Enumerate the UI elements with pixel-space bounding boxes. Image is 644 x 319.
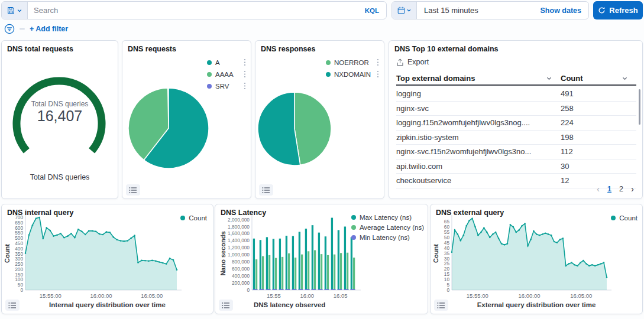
legend-label: SRV <box>215 83 229 90</box>
legend-actions-icon[interactable] <box>377 70 379 78</box>
table-row[interactable]: nginx-svc.f15n2womfujehfjlwv0lgs3no...11… <box>396 145 636 160</box>
legend-item-aaaa[interactable]: AAAA <box>207 70 246 78</box>
svg-text:1,800,000: 1,800,000 <box>228 224 250 230</box>
pagination-page-2[interactable]: 2 <box>619 185 623 193</box>
panel-dns-top-external-domains: DNS Top 10 external domains Export Top e… <box>389 40 643 199</box>
table-scrollbar[interactable] <box>639 89 640 125</box>
legend-toggle-button[interactable] <box>126 184 140 196</box>
svg-text:400: 400 <box>15 246 23 252</box>
sort-chevron-icon[interactable] <box>546 75 552 82</box>
add-filter-button[interactable]: + Add filter <box>30 25 68 33</box>
dashboard-screen: KQL Last 15 minutes Show dates Refresh <box>0 0 644 319</box>
svg-text:200,000: 200,000 <box>232 280 250 286</box>
svg-text:450: 450 <box>15 240 23 246</box>
refresh-button[interactable]: Refresh <box>593 1 643 19</box>
sort-chevron-icon[interactable] <box>622 75 628 82</box>
chart-legend: Count <box>611 214 637 222</box>
filter-icon[interactable] <box>4 24 15 34</box>
svg-text:2,000,000: 2,000,000 <box>228 217 250 223</box>
legend-item-max-latency[interactable]: Max Latency (ns) <box>351 214 424 221</box>
legend-label: NOERROR <box>334 59 369 66</box>
table-row[interactable]: nginx-svc258 <box>396 102 636 116</box>
legend-toggle-button[interactable] <box>219 300 233 311</box>
legend-actions-icon[interactable] <box>244 70 246 78</box>
panel-dns-latency: DNS Latency 0200,000400,000600,000800,00… <box>215 204 428 314</box>
time-range-label[interactable]: Last 15 minutes <box>417 6 533 15</box>
svg-text:1,400,000: 1,400,000 <box>228 237 250 243</box>
column-header-count[interactable]: Count <box>561 71 636 84</box>
pagination-next-icon[interactable]: › <box>631 184 634 193</box>
cell-domain: zipkin.istio-system <box>396 133 561 142</box>
search-input[interactable] <box>28 6 358 15</box>
svg-text:600,000: 600,000 <box>232 266 250 272</box>
svg-text:250: 250 <box>15 261 23 267</box>
cell-count: 491 <box>561 89 636 98</box>
table-body: logging491nginx-svc258logging.f15n2womfu… <box>396 87 636 188</box>
table-row[interactable]: api.twilio.com30 <box>396 160 636 174</box>
kql-language-button[interactable]: KQL <box>358 7 386 14</box>
legend-actions-icon[interactable] <box>244 58 246 66</box>
legend-item-average-latency[interactable]: Average Latency (ns) <box>351 224 424 231</box>
table-row[interactable]: zipkin.istio-system198 <box>396 131 636 145</box>
svg-text:16:05:00: 16:05:00 <box>570 292 592 299</box>
svg-text:0: 0 <box>247 287 250 293</box>
legend-label: AAAA <box>215 71 234 78</box>
svg-text:15:55: 15:55 <box>267 292 281 299</box>
legend-actions-icon[interactable] <box>377 58 379 66</box>
svg-text:16:00:00: 16:00:00 <box>519 292 541 299</box>
svg-text:15:55:00: 15:55:00 <box>467 292 488 299</box>
filter-divider <box>20 28 25 30</box>
legend-label: NXDOMAIN <box>334 71 371 78</box>
area-chart: 0510152025303540455055606515:55:0016:00:… <box>431 204 642 314</box>
table-row[interactable]: logging491 <box>396 87 636 102</box>
legend-item-srv[interactable]: SRV <box>207 82 246 90</box>
panel-dns-requests: DNS requests A AAAA SRV <box>122 40 251 199</box>
panel-dns-external-query: DNS external query 051015202530354045505… <box>430 204 643 314</box>
svg-text:10: 10 <box>444 276 450 282</box>
legend-toggle-button[interactable] <box>259 184 273 196</box>
pie-legend: NOERROR NXDOMAIN <box>326 58 379 78</box>
show-dates-link[interactable]: Show dates <box>533 6 588 15</box>
legend-label: Max Latency (ns) <box>360 214 412 221</box>
panel-title: DNS internal query <box>7 209 74 217</box>
chart-legend: Count <box>180 214 207 222</box>
legend-dot <box>351 235 356 240</box>
legend-toggle-button[interactable] <box>434 300 448 311</box>
svg-text:15: 15 <box>444 271 450 277</box>
legend-item-noerror[interactable]: NOERROR <box>326 58 379 66</box>
svg-text:600: 600 <box>15 225 23 231</box>
cell-domain: api.twilio.com <box>396 162 561 171</box>
panel-title: DNS total requests <box>7 45 73 53</box>
export-icon <box>396 58 404 66</box>
panel-title: DNS Top 10 external domains <box>394 45 499 53</box>
legend-item-nxdomain[interactable]: NXDOMAIN <box>326 70 379 78</box>
legend-actions-icon[interactable] <box>244 82 246 90</box>
panel-dns-total-requests: DNS total requests Total DNS queries 16,… <box>1 40 118 199</box>
quick-time-menu-button[interactable] <box>392 2 417 19</box>
pagination-page-1[interactable]: 1 <box>607 185 611 193</box>
legend-dot <box>326 72 331 77</box>
legend-item-a[interactable]: A <box>207 58 246 66</box>
legend-label: Average Latency (ns) <box>360 224 424 231</box>
svg-text:150: 150 <box>15 272 23 278</box>
legend-item-count[interactable]: Count <box>611 214 637 222</box>
chevron-down-icon <box>17 8 22 14</box>
legend-item-count[interactable]: Count <box>180 214 207 222</box>
x-axis-title: External query distribution over time <box>431 301 642 308</box>
cell-count: 258 <box>561 104 636 113</box>
column-header-domains[interactable]: Top external domains <box>396 71 561 84</box>
legend-dot <box>207 72 212 77</box>
table-pagination: ‹ 12› <box>597 184 634 193</box>
legend-dot <box>611 216 616 220</box>
pagination-prev-icon[interactable]: ‹ <box>597 184 600 193</box>
svg-text:40: 40 <box>444 245 450 251</box>
x-axis-title: DNS latency observed <box>215 301 364 308</box>
legend-toggle-button[interactable] <box>5 300 20 311</box>
saved-query-menu-button[interactable] <box>2 2 28 19</box>
legend-dot <box>207 60 212 65</box>
legend-item-min-latency[interactable]: Min Latency (ns) <box>351 234 424 241</box>
svg-text:5: 5 <box>446 282 449 288</box>
export-button[interactable]: Export <box>396 58 429 66</box>
chart-legend: Max Latency (ns) Average Latency (ns) Mi… <box>351 214 424 241</box>
table-row[interactable]: logging.f15n2womfujehfjlwv0lgs3nog....22… <box>396 116 636 131</box>
